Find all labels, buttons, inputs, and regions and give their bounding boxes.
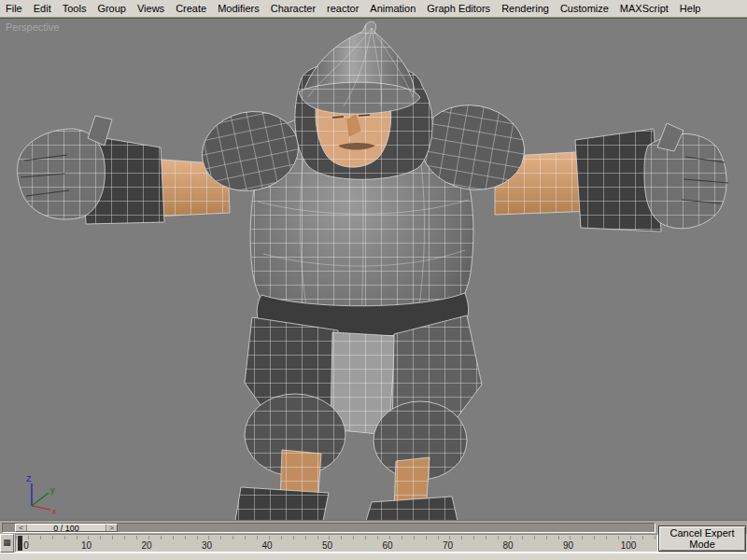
menu-file[interactable]: File bbox=[0, 1, 28, 17]
status-bar bbox=[0, 553, 747, 560]
axis-y-label: y bbox=[50, 485, 55, 495]
time-slider-label: 0 / 100 bbox=[27, 525, 106, 531]
current-frame-marker[interactable] bbox=[18, 536, 22, 551]
helmet[interactable] bbox=[299, 21, 420, 114]
mini-curve-editor-button[interactable]: ▦ bbox=[0, 534, 14, 553]
menu-customize[interactable]: Customize bbox=[555, 1, 614, 17]
menu-edit[interactable]: Edit bbox=[28, 1, 57, 17]
frame-forward-button[interactable]: > bbox=[106, 525, 117, 531]
viewport-canvas[interactable]: Z y x bbox=[0, 19, 747, 521]
app-window: File Edit Tools Group Views Create Modif… bbox=[0, 0, 747, 560]
curve-editor-icon: ▦ bbox=[3, 538, 11, 547]
menu-graph-editors[interactable]: Graph Editors bbox=[421, 1, 496, 17]
trackbar-tick-10: 10 bbox=[81, 540, 92, 551]
menu-create[interactable]: Create bbox=[170, 1, 212, 17]
menu-modifiers[interactable]: Modifiers bbox=[212, 1, 265, 17]
arm-left[interactable] bbox=[18, 116, 230, 224]
menu-animation[interactable]: Animation bbox=[364, 1, 421, 17]
frame-back-button[interactable]: < bbox=[16, 525, 27, 531]
axis-z-label: Z bbox=[26, 474, 32, 483]
trackbar-tick-50: 50 bbox=[322, 540, 332, 551]
trackbar-tick-100: 100 bbox=[621, 540, 637, 551]
track-bar[interactable]: 0 10 20 30 40 50 60 70 80 90 100 bbox=[15, 534, 658, 553]
trackbar-tick-70: 70 bbox=[443, 540, 453, 551]
time-slider-track[interactable]: < 0 / 100 > bbox=[2, 523, 655, 533]
trackbar-tick-20: 20 bbox=[141, 540, 151, 551]
menu-views[interactable]: Views bbox=[132, 1, 170, 17]
perspective-viewport[interactable]: Perspective bbox=[0, 18, 747, 520]
menu-character[interactable]: Character bbox=[265, 1, 321, 17]
menu-tools[interactable]: Tools bbox=[57, 1, 92, 17]
trackbar-tick-30: 30 bbox=[202, 540, 212, 551]
trackbar-tick-40: 40 bbox=[261, 540, 272, 551]
cancel-expert-mode-button[interactable]: Cancel Expert Mode bbox=[658, 525, 746, 552]
axis-gizmo: Z y x bbox=[26, 474, 57, 516]
viewport-label[interactable]: Perspective bbox=[6, 21, 59, 33]
trackbar-tick-0: 0 bbox=[23, 540, 29, 551]
menu-rendering[interactable]: Rendering bbox=[496, 1, 555, 17]
time-slider-handle[interactable]: < 0 / 100 > bbox=[15, 524, 118, 532]
menu-help[interactable]: Help bbox=[674, 1, 707, 17]
menu-bar: File Edit Tools Group Views Create Modif… bbox=[0, 0, 747, 18]
menu-group[interactable]: Group bbox=[92, 1, 132, 17]
arm-right[interactable] bbox=[495, 123, 728, 231]
menu-maxscript[interactable]: MAXScript bbox=[614, 1, 674, 17]
time-slider-row: < 0 / 100 > bbox=[0, 520, 747, 534]
trackbar-tick-60: 60 bbox=[382, 540, 392, 551]
axis-x-label: x bbox=[52, 507, 57, 516]
menu-reactor[interactable]: reactor bbox=[321, 1, 364, 17]
character-mesh[interactable] bbox=[18, 21, 728, 521]
trackbar-tick-80: 80 bbox=[502, 540, 513, 551]
trackbar-tick-90: 90 bbox=[563, 540, 573, 551]
